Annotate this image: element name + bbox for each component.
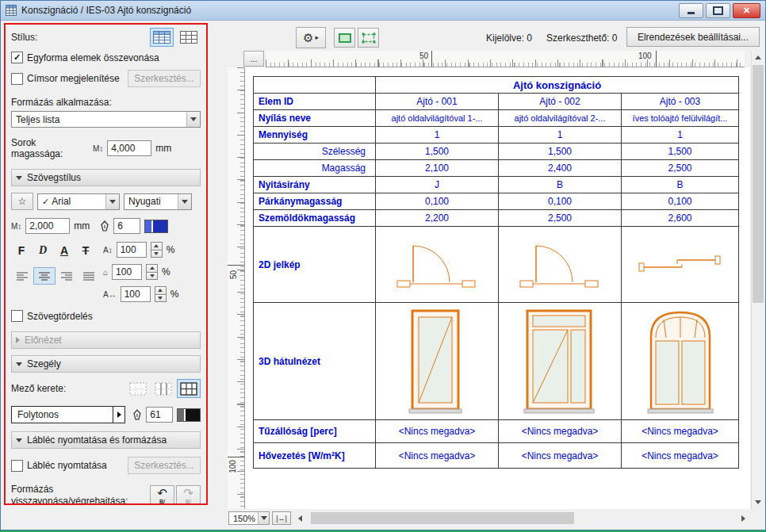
table-cell[interactable]: 2,500 [499, 210, 622, 227]
frame-vertical-button[interactable] [151, 379, 175, 398]
width-factor-input[interactable]: 100 [112, 264, 142, 280]
door-2d-symbol-cell[interactable] [376, 227, 499, 303]
door-2d-symbol-cell[interactable] [622, 227, 739, 303]
scroll-right-button[interactable] [737, 511, 750, 525]
vertical-scrollbar[interactable] [751, 51, 764, 509]
door-2d-symbol-cell[interactable] [499, 227, 622, 303]
table-cell[interactable]: Ajtó - 001 [376, 94, 499, 110]
section-header-border[interactable]: Szegély [11, 355, 201, 373]
table-cell[interactable]: <Nincs megadva> [499, 420, 622, 443]
table-cell[interactable]: 2,200 [376, 210, 499, 227]
row-label[interactable]: Nyílás neve [254, 110, 376, 127]
section-header-footer[interactable]: Lábléc nyomtatása és formázása [11, 431, 201, 449]
maximize-button[interactable] [706, 3, 730, 18]
bold-button[interactable]: F [11, 242, 32, 259]
show-header-checkbox[interactable] [11, 73, 23, 85]
border-pen-input[interactable]: 61 [146, 407, 173, 423]
row-label[interactable]: Magasság [254, 160, 376, 177]
undo-formatting-button[interactable]: ↶B/ [150, 485, 174, 506]
table-cell[interactable]: 2,400 [499, 160, 622, 177]
row-label[interactable]: Mennyiség [254, 127, 376, 144]
row-label[interactable]: 3D hátulnézet [254, 303, 376, 420]
table-cell[interactable]: B [622, 177, 739, 193]
table-cell[interactable]: ajtó oldalvilágítóval 1-... [376, 110, 499, 127]
table-cell[interactable]: 0,100 [499, 193, 622, 210]
close-button[interactable]: ✕ [733, 3, 760, 18]
table-cell[interactable]: <Nincs megadva> [622, 443, 739, 469]
minimize-button[interactable] [679, 3, 703, 18]
row-label[interactable]: Szélesség [254, 144, 376, 160]
letter-spacing-stepper[interactable] [155, 286, 167, 302]
horizontal-scrollbar[interactable] [309, 511, 734, 525]
table-cell[interactable]: B [499, 177, 622, 193]
script-select[interactable]: Nyugati [124, 193, 192, 210]
width-factor-stepper[interactable] [146, 264, 158, 280]
edit-header-button[interactable]: Szerkesztés... [128, 70, 201, 87]
table-cell[interactable]: <Nincs megadva> [376, 443, 499, 469]
horizontal-scrollbar-thumb[interactable] [311, 512, 574, 524]
underline-button[interactable]: A [54, 242, 75, 259]
edit-footer-button[interactable]: Szerkesztés... [128, 457, 201, 474]
style-plain-button[interactable] [177, 28, 201, 47]
footer-print-checkbox[interactable] [11, 460, 23, 472]
style-with-header-button[interactable] [150, 28, 174, 47]
row-height-input[interactable]: 4,000 [107, 140, 151, 156]
door-3d-view-cell[interactable] [499, 303, 622, 420]
door-3d-view-cell[interactable] [622, 303, 739, 420]
table-title[interactable]: Ajtó konszignáció [376, 77, 739, 94]
table-cell[interactable]: 1 [499, 127, 622, 144]
table-cell[interactable]: J [376, 177, 499, 193]
section-header-preview[interactable]: Előnézet [11, 331, 201, 349]
table-cell[interactable]: 1 [376, 127, 499, 144]
table-corner-cell[interactable] [254, 77, 376, 94]
table-cell[interactable]: 2,500 [622, 160, 739, 177]
row-label[interactable]: 2D jelkép [254, 227, 376, 303]
table-cell[interactable]: Ajtó - 002 [499, 94, 622, 110]
favorites-star-button[interactable]: ☆ [11, 193, 33, 210]
align-center-button[interactable] [33, 267, 55, 285]
row-label[interactable]: Párkánymagasság [254, 193, 376, 210]
strikethrough-button[interactable]: T [75, 242, 96, 259]
table-cell[interactable]: <Nincs megadva> [622, 420, 739, 443]
title-bar[interactable]: Konszignáció / IES-03 Ajtó konszignáció … [1, 1, 765, 21]
line-spacing-input[interactable]: 100 [117, 242, 147, 258]
frame-none-button[interactable] [126, 379, 150, 398]
line-spacing-stepper[interactable] [151, 242, 163, 258]
scroll-down-button[interactable] [752, 496, 764, 509]
schedule-canvas[interactable]: Ajtó konszignáció Elem ID Ajtó - 001 Ajt… [245, 67, 750, 509]
redo-formatting-button[interactable]: ↷B/ [176, 485, 201, 506]
row-label[interactable]: Nyitásirány [254, 177, 376, 193]
table-cell[interactable]: 0,100 [622, 193, 739, 210]
table-cell[interactable]: ajtó oldalvilágítóval 2-... [499, 110, 622, 127]
zoom-select[interactable]: 150% [228, 511, 270, 525]
table-cell[interactable]: <Nincs megadva> [376, 420, 499, 443]
align-right-button[interactable] [56, 267, 78, 285]
line-type-picker[interactable]: Folytonos [11, 406, 125, 423]
door-3d-view-cell[interactable] [376, 303, 499, 420]
frame-full-button[interactable] [177, 379, 201, 398]
apply-format-select[interactable]: Teljes lista [11, 111, 201, 128]
text-pen-input[interactable]: 6 [113, 218, 140, 234]
layout-settings-button[interactable]: Elrendezések beállításai... [626, 27, 760, 47]
align-justify-button[interactable] [79, 267, 100, 285]
font-select[interactable]: ✓Arial [37, 193, 120, 210]
zoom-to-selection-button[interactable] [334, 28, 355, 48]
fit-width-button[interactable]: |↔| [272, 511, 291, 525]
table-cell[interactable]: íves tolóajtó felülvilágít... [622, 110, 739, 127]
table-cell[interactable]: 2,600 [622, 210, 739, 227]
table-cell[interactable]: 2,100 [376, 160, 499, 177]
settings-menu-button[interactable]: ⚙ ▸ [296, 27, 326, 48]
vertical-scrollbar-thumb[interactable] [753, 65, 764, 303]
table-cell[interactable]: 1,500 [499, 144, 622, 160]
row-label[interactable]: Elem ID [254, 94, 376, 110]
border-pen-color-swatch[interactable] [177, 408, 201, 422]
table-cell[interactable]: 1,500 [376, 144, 499, 160]
row-label[interactable]: Szemöldökmagasság [254, 210, 376, 227]
row-label[interactable]: Hővezetés [W/m²K] [254, 443, 376, 469]
table-cell[interactable]: 0,100 [376, 193, 499, 210]
align-left-button[interactable] [11, 267, 33, 285]
row-label[interactable]: Tűzállóság [perc] [254, 420, 376, 443]
table-cell[interactable]: 1,500 [622, 144, 739, 160]
section-header-text-style[interactable]: Szövegstílus [11, 169, 201, 186]
scroll-left-button[interactable] [293, 511, 307, 525]
